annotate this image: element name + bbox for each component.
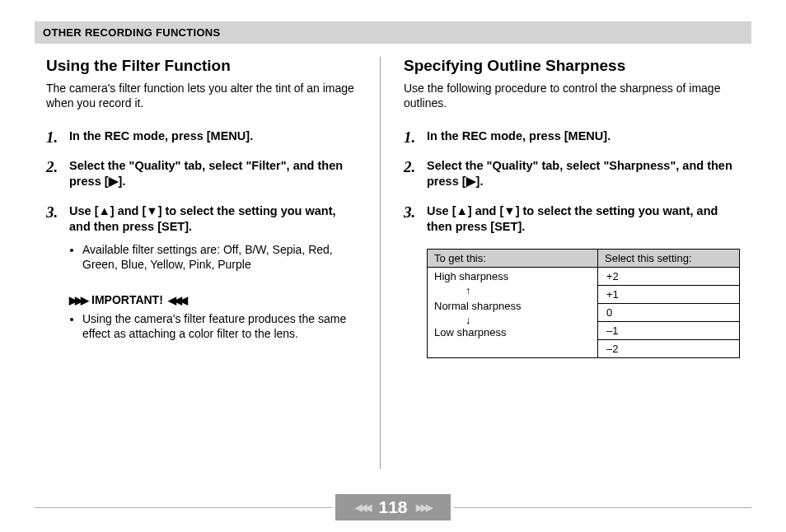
arrow-up-icon: ↑ <box>434 282 591 296</box>
table-val-3: –1 <box>598 321 740 339</box>
sharpness-table: To get this: Select this setting: High s… <box>427 249 740 358</box>
left-column: Using the Filter Function The camera's f… <box>35 57 380 469</box>
important-ornament-right-icon: ◀◀◀ <box>168 294 185 306</box>
page-ornament-right-icon: ▶▶▶ <box>416 502 431 513</box>
footer-rule-left <box>35 507 332 508</box>
important-ornament-left-icon: ▶▶▶ <box>69 294 87 306</box>
right-intro: Use the following procedure to control t… <box>404 82 740 110</box>
table-row: High sharpness ↑ Normal sharpness ↓ Low … <box>428 267 740 285</box>
right-step-3: Use [▲] and [▼] to select the setting yo… <box>404 203 740 236</box>
important-bullet: Using the camera's filter feature produc… <box>82 311 357 341</box>
arrow-down-icon: ↓ <box>434 312 591 326</box>
table-head-left: To get this: <box>428 249 598 267</box>
right-steps: In the REC mode, press [MENU]. Select th… <box>404 128 740 236</box>
left-step-3-text: Use [▲] and [▼] to select the setting yo… <box>69 204 336 234</box>
normal-sharpness-label: Normal sharpness <box>434 296 591 312</box>
left-step-1: In the REC mode, press [MENU]. <box>46 128 357 145</box>
table-head-right: Select this setting: <box>598 249 740 267</box>
low-sharpness-label: Low sharpness <box>434 326 591 338</box>
left-step-3-sub: Available filter settings are: Off, B/W,… <box>69 242 357 272</box>
page-footer: ◀◀◀ 118 ▶▶▶ <box>35 494 751 520</box>
important-label: IMPORTANT! <box>91 293 163 306</box>
important-list: Using the camera's filter feature produc… <box>69 311 357 341</box>
left-intro: The camera's filter function lets you al… <box>46 82 357 110</box>
right-column: Specifying Outline Sharpness Use the fol… <box>380 57 751 469</box>
page-number: 118 <box>378 497 407 517</box>
table-val-1: +1 <box>598 285 740 303</box>
left-step-3: Use [▲] and [▼] to select the setting yo… <box>46 203 357 273</box>
footer-rule-right <box>454 507 751 508</box>
table-val-2: 0 <box>598 303 740 321</box>
left-steps: In the REC mode, press [MENU]. Select th… <box>46 128 357 272</box>
content-columns: Using the Filter Function The camera's f… <box>35 57 751 469</box>
table-header-row: To get this: Select this setting: <box>428 249 740 267</box>
high-sharpness-label: High sharpness <box>434 270 591 282</box>
left-step-3-bullet: Available filter settings are: Off, B/W,… <box>82 242 357 272</box>
left-step-2: Select the "Quality" tab, select "Filter… <box>46 158 357 190</box>
table-left-scale: High sharpness ↑ Normal sharpness ↓ Low … <box>428 267 598 357</box>
table-val-4: –2 <box>598 339 740 357</box>
table-val-0: +2 <box>598 267 740 285</box>
right-step-1: In the REC mode, press [MENU]. <box>404 128 740 145</box>
page-number-badge: ◀◀◀ 118 ▶▶▶ <box>335 494 450 520</box>
section-header: OTHER RECORDING FUNCTIONS <box>35 21 751 44</box>
left-title: Using the Filter Function <box>46 57 357 75</box>
right-title: Specifying Outline Sharpness <box>404 57 740 75</box>
right-step-2: Select the "Quality" tab, select "Sharpn… <box>404 158 740 190</box>
important-heading: ▶▶▶ IMPORTANT! ◀◀◀ <box>69 293 357 306</box>
page-ornament-left-icon: ◀◀◀ <box>355 502 370 513</box>
